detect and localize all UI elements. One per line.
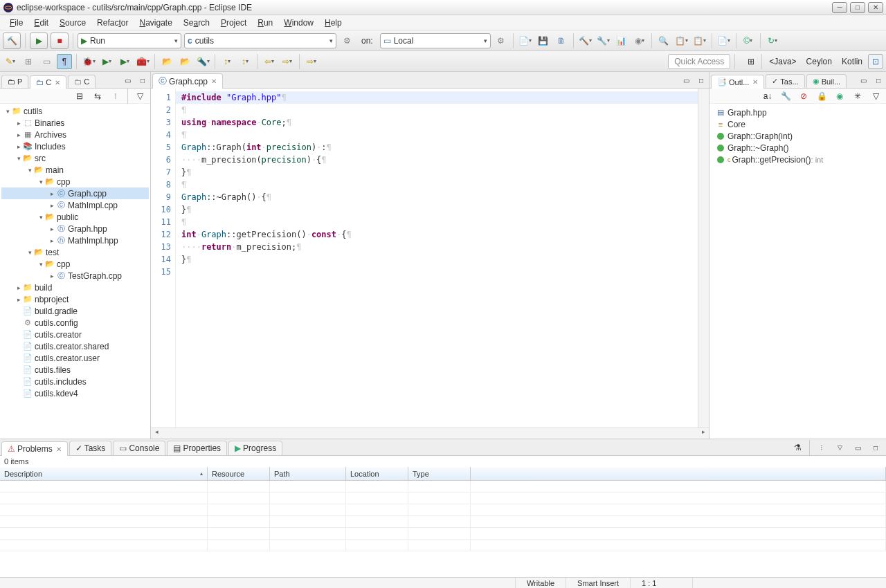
new-class-button[interactable]: ©▾ (741, 33, 756, 48)
col-resource[interactable]: Resource (208, 467, 270, 480)
tree-item[interactable]: 📄cutils.creator (1, 329, 149, 340)
view-minimize-icon[interactable]: ▭ (856, 73, 871, 88)
box-button[interactable]: ▭ (39, 54, 54, 69)
fwd-button[interactable]: ⇨▾ (280, 54, 295, 69)
tree-item[interactable]: 📄cutils.includes (1, 376, 149, 387)
target-settings-icon[interactable]: ⚙ (494, 33, 509, 48)
open-type-button[interactable]: 🔍 (656, 33, 671, 48)
focus-icon[interactable]: ⁝ (814, 440, 829, 455)
menu-navigate[interactable]: Navigate (134, 17, 177, 29)
close-icon[interactable]: ✕ (55, 79, 60, 86)
save-button[interactable]: 💾 (536, 33, 551, 48)
tree-item[interactable]: ▸▦Archives (1, 129, 149, 140)
col-description[interactable]: Description▴ (0, 467, 208, 480)
tab-outline[interactable]: 📑Outl...✕ (711, 75, 764, 89)
tree-item[interactable]: ▾📁cutils (1, 105, 149, 117)
last-edit-button[interactable]: ⇨▾ (304, 54, 319, 69)
prev-ann-button[interactable]: ↕▾ (219, 54, 235, 69)
tab-c-projects-2[interactable]: 🗀C (68, 75, 96, 88)
tab-problems[interactable]: ⚠Problems✕ (1, 441, 68, 456)
tree-item[interactable]: 📄cutils.files (1, 364, 149, 376)
tab-properties[interactable]: ▤Properties (167, 441, 227, 455)
editor-tab-graph[interactable]: ⓒ Graph.cpp ✕ (152, 73, 223, 89)
col-type[interactable]: Type (408, 467, 471, 480)
tree-item[interactable]: 📄cutils.creator.shared (1, 340, 149, 352)
group-icon[interactable]: ◉ (832, 89, 847, 104)
open-perspective-button[interactable]: ⊞ (743, 54, 759, 69)
col-path[interactable]: Path (270, 467, 346, 480)
tab-progress[interactable]: ▶Progress (228, 441, 282, 455)
build-config-button[interactable]: 📊 (614, 33, 629, 48)
outline-item[interactable]: ▤Graph.hpp (712, 107, 883, 118)
stop-button[interactable]: ■ (51, 33, 69, 49)
project-combo[interactable]: c cutils ▾ (184, 33, 336, 48)
horizontal-scrollbar[interactable]: ◂ ▸ (151, 428, 709, 439)
tree-button[interactable]: ⊞ (21, 54, 36, 69)
build-button[interactable]: 🔨 (3, 33, 21, 49)
outline-item[interactable]: ≡Core (712, 118, 883, 130)
minimize-button[interactable]: ─ (832, 2, 847, 13)
quick-access-input[interactable]: Quick Access (668, 54, 730, 69)
view-menu-icon[interactable]: ▽ (868, 89, 883, 104)
menu-run[interactable]: Run (252, 17, 278, 29)
sort-icon[interactable]: a↓ (760, 89, 775, 104)
close-icon[interactable]: ✕ (752, 78, 758, 86)
coverage-button[interactable]: ▶▾ (117, 54, 132, 69)
tree-item[interactable]: ▸ⓒTestGraph.cpp (1, 270, 149, 282)
perspective-ceylon[interactable]: Ceylon (802, 55, 836, 68)
saveall-button[interactable]: 🗎 (554, 33, 569, 48)
tree-item[interactable]: ▾📂test (1, 246, 149, 258)
close-icon[interactable]: ✕ (211, 77, 217, 85)
tree-item[interactable]: ▸📚Includes (1, 140, 149, 152)
tree-item[interactable]: ⚙cutils.config (1, 317, 149, 329)
search-button[interactable]: 🔦▾ (195, 54, 210, 69)
problems-table[interactable]: Description▴ Resource Path Location Type (0, 467, 886, 577)
code-area[interactable]: #include "Graph.hpp"¶¶using·namespace·Co… (176, 89, 698, 428)
project-tree[interactable]: ▾📁cutils▸⬚Binaries▸▦Archives▸📚Includes▾📂… (0, 104, 150, 439)
tree-item[interactable]: ▾📂src (1, 152, 149, 164)
outline-item[interactable]: cGraph::getPrecision() : int (712, 154, 883, 165)
tree-item[interactable]: ▾📂main (1, 164, 149, 176)
view-menu-icon[interactable]: ▽ (832, 440, 847, 455)
tree-item[interactable]: ▾📂cpp (1, 176, 149, 187)
debug-button[interactable]: 🐞▾ (81, 54, 96, 69)
menu-file[interactable]: File (4, 17, 28, 29)
pilcrow-button[interactable]: ¶ (57, 54, 72, 69)
filter-icon[interactable]: ⚗ (790, 440, 805, 455)
edit-button[interactable]: ✎▾ (3, 54, 18, 69)
tree-item[interactable]: ▸ⓗGraph.hpp (1, 223, 149, 235)
run2-button[interactable]: ▶▾ (99, 54, 114, 69)
menu-project[interactable]: Project (215, 17, 252, 29)
tree-item[interactable]: ▸ⓒMathImpl.cpp (1, 199, 149, 211)
perspective-kotlin[interactable]: Kotlin (838, 55, 867, 68)
tree-item[interactable]: ▸📁nbproject (1, 293, 149, 305)
outline-item[interactable]: Graph::~Graph() (712, 142, 883, 154)
tree-item[interactable]: ▾📂public (1, 211, 149, 223)
tree-item[interactable]: ▸📁build (1, 282, 149, 293)
toggle-button[interactable]: ◉▾ (632, 33, 647, 48)
view-menu-icon[interactable]: ▽ (132, 89, 147, 104)
launch-mode-combo[interactable]: ▶ Run ▾ (78, 33, 181, 48)
extern-button[interactable]: 🧰▾ (135, 54, 150, 69)
settings-icon[interactable]: ⚙ (339, 33, 354, 48)
nav2-button[interactable]: 📋▾ (692, 33, 707, 48)
collapse-all-icon[interactable]: ⊟ (72, 89, 87, 104)
editor-content[interactable]: 123456789101112131415 #include "Graph.hp… (151, 89, 709, 428)
nav-button[interactable]: 📋▾ (674, 33, 689, 48)
build-target-button[interactable]: 🔧▾ (596, 33, 611, 48)
refresh-button[interactable]: ↻▾ (765, 33, 780, 48)
filter-icon[interactable]: ⁝ (108, 89, 123, 104)
menu-window[interactable]: Window (278, 17, 319, 29)
view-maximize-icon[interactable]: □ (871, 73, 886, 88)
editor-maximize-icon[interactable]: □ (694, 73, 709, 88)
back-button[interactable]: ⇦▾ (262, 54, 277, 69)
view-minimize-icon[interactable]: ▭ (850, 440, 865, 455)
menu-edit[interactable]: Edit (28, 17, 54, 29)
view-maximize-icon[interactable]: □ (868, 440, 883, 455)
filter2-icon[interactable]: ✳ (850, 89, 865, 104)
menu-search[interactable]: Search (178, 17, 215, 29)
tab-console[interactable]: ▭Console (113, 441, 165, 455)
close-button[interactable]: ✕ (868, 2, 883, 13)
tab-c-projects[interactable]: 🗀C✕ (30, 75, 66, 89)
new-button[interactable]: 📄▾ (518, 33, 533, 48)
